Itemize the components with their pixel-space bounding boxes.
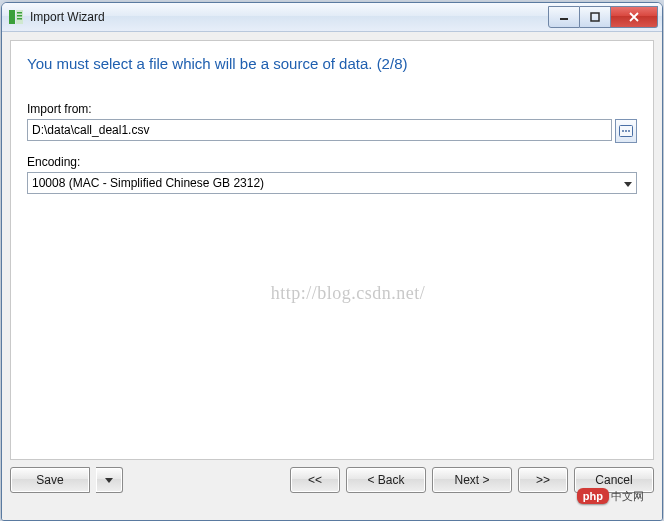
chevron-down-icon xyxy=(105,478,113,483)
window-buttons xyxy=(548,6,658,28)
back-button[interactable]: < Back xyxy=(346,467,426,493)
watermark-text: http://blog.csdn.net/ xyxy=(27,283,654,304)
import-from-label: Import from: xyxy=(27,102,637,116)
browse-button[interactable] xyxy=(615,119,637,143)
encoding-row: 10008 (MAC - Simplified Chinese GB 2312) xyxy=(27,172,637,194)
save-button[interactable]: Save xyxy=(10,467,90,493)
maximize-button[interactable] xyxy=(580,6,611,28)
encoding-select[interactable]: 10008 (MAC - Simplified Chinese GB 2312) xyxy=(27,172,637,194)
svg-point-8 xyxy=(622,130,624,132)
overlay-brand: php xyxy=(577,488,609,504)
overlay-site: 中文网 xyxy=(611,489,644,504)
svg-rect-4 xyxy=(17,18,22,20)
last-button[interactable]: >> xyxy=(518,467,568,493)
first-button[interactable]: << xyxy=(290,467,340,493)
svg-point-10 xyxy=(628,130,630,132)
encoding-value: 10008 (MAC - Simplified Chinese GB 2312) xyxy=(32,176,264,190)
app-icon xyxy=(8,9,24,25)
svg-rect-5 xyxy=(560,18,568,20)
ellipsis-icon xyxy=(619,125,633,137)
import-from-input[interactable]: D:\data\call_deal1.csv xyxy=(27,119,612,141)
wizard-panel: You must select a file which will be a s… xyxy=(10,40,654,460)
svg-rect-6 xyxy=(591,13,599,21)
import-from-row: D:\data\call_deal1.csv xyxy=(27,119,637,143)
minimize-button[interactable] xyxy=(548,6,580,28)
window-title: Import Wizard xyxy=(30,3,548,31)
chevron-down-icon xyxy=(624,174,632,192)
svg-point-9 xyxy=(625,130,627,132)
titlebar: Import Wizard xyxy=(2,3,662,32)
svg-rect-2 xyxy=(17,12,22,14)
svg-rect-0 xyxy=(9,10,15,24)
save-split-button: Save xyxy=(10,467,123,493)
wizard-heading: You must select a file which will be a s… xyxy=(27,55,637,72)
content-area: You must select a file which will be a s… xyxy=(2,32,662,520)
save-dropdown-button[interactable] xyxy=(96,467,123,493)
encoding-label: Encoding: xyxy=(27,155,637,169)
svg-rect-3 xyxy=(17,15,22,17)
next-button[interactable]: Next > xyxy=(432,467,512,493)
close-button[interactable] xyxy=(611,6,658,28)
import-wizard-window: Import Wizard You must select a file whi… xyxy=(1,2,663,521)
button-bar: Save << < Back Next > >> Cancel xyxy=(10,466,654,494)
overlay-badge: php 中文网 xyxy=(577,488,644,504)
